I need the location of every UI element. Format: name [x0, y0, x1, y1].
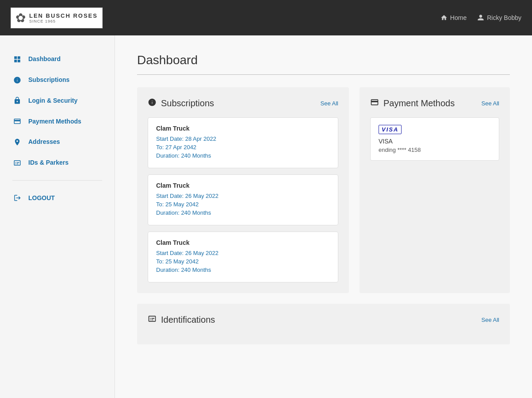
sub-name-2: Clam Truck — [156, 239, 330, 246]
payment-card-icon — [370, 98, 379, 108]
payment-see-all[interactable]: See All — [482, 100, 499, 107]
lock-icon — [12, 97, 22, 105]
subscriptions-icon — [12, 76, 22, 84]
sidebar: Dashboard Subscriptions Login & Security… — [0, 35, 115, 398]
sidebar-label-dashboard: Dashboard — [28, 55, 61, 62]
user-link[interactable]: Ricky Bobby — [477, 14, 521, 21]
subscriptions-see-all[interactable]: See All — [321, 100, 338, 107]
sub-name-0: Clam Truck — [156, 125, 330, 132]
sidebar-item-subscriptions[interactable]: Subscriptions — [0, 70, 115, 90]
header: ✿ LEN BUSCH ROSES SINCE 1965 Home Ricky … — [0, 0, 532, 35]
sidebar-item-login-security[interactable]: Login & Security — [0, 90, 115, 111]
sub-to-0: To: 27 Apr 2042 — [156, 144, 330, 151]
address-icon — [12, 138, 22, 146]
sub-duration-1: Duration: 240 Months — [156, 209, 330, 216]
payment-item: VISA VISA ending **** 4158 — [370, 117, 499, 161]
identifications-card: Identifications See All — [137, 304, 510, 344]
sub-duration-0: Duration: 240 Months — [156, 152, 330, 159]
logout-icon — [12, 194, 22, 202]
cards-row: Subscriptions See All Clam Truck Start D… — [137, 87, 510, 293]
sidebar-item-addresses[interactable]: Addresses — [0, 131, 115, 152]
subscriptions-card-header: Subscriptions See All — [148, 98, 338, 108]
header-nav: Home Ricky Bobby — [440, 14, 521, 21]
sub-duration-2: Duration: 240 Months — [156, 267, 330, 273]
logo-icon: ✿ — [15, 11, 26, 25]
sidebar-item-ids-parkers[interactable]: IDs & Parkers — [0, 152, 115, 173]
logo-sub: SINCE 1965 — [29, 19, 98, 23]
sub-start-0: Start Date: 28 Apr 2022 — [156, 135, 330, 142]
layout: Dashboard Subscriptions Login & Security… — [0, 35, 532, 398]
sidebar-label-subscriptions: Subscriptions — [28, 76, 69, 83]
payment-type-name: VISA — [379, 138, 491, 145]
sidebar-item-dashboard[interactable]: Dashboard — [0, 49, 115, 70]
payment-icon — [12, 117, 22, 125]
payment-methods-card: Payment Methods See All VISA VISA ending… — [360, 87, 510, 293]
sub-start-1: Start Date: 26 May 2022 — [156, 193, 330, 199]
sub-name-1: Clam Truck — [156, 182, 330, 189]
subscriptions-card-title: Subscriptions — [161, 98, 214, 108]
page-title: Dashboard — [137, 53, 510, 67]
visa-logo: VISA — [379, 125, 402, 134]
subscription-item-1: Clam Truck Start Date: 26 May 2022 To: 2… — [148, 174, 338, 225]
sidebar-label-addresses: Addresses — [28, 138, 60, 145]
sub-start-2: Start Date: 26 May 2022 — [156, 250, 330, 256]
ids-icon — [12, 158, 22, 167]
identifications-card-icon — [148, 314, 157, 325]
sidebar-divider — [12, 180, 102, 181]
dashboard-icon — [12, 55, 22, 63]
identifications-see-all[interactable]: See All — [482, 317, 499, 323]
sub-to-2: To: 25 May 2042 — [156, 258, 330, 265]
logo-name: LEN BUSCH ROSES — [29, 12, 98, 19]
payment-card-header: Payment Methods See All — [370, 98, 499, 108]
payment-card-title: Payment Methods — [383, 98, 455, 108]
home-icon — [440, 14, 448, 21]
identifications-card-header: Identifications See All — [148, 314, 499, 325]
sidebar-label-logout: LOGOUT — [28, 194, 55, 201]
sidebar-label-payment-methods: Payment Methods — [28, 118, 81, 125]
main-content: Dashboard Subscriptions See All Clam Tru… — [115, 35, 532, 398]
sub-to-1: To: 25 May 2042 — [156, 201, 330, 208]
subscriptions-card: Subscriptions See All Clam Truck Start D… — [137, 87, 349, 293]
sidebar-label-ids-parkers: IDs & Parkers — [28, 159, 69, 166]
logo: ✿ LEN BUSCH ROSES SINCE 1965 — [11, 8, 103, 28]
sidebar-item-logout[interactable]: LOGOUT — [0, 188, 115, 209]
subscriptions-card-icon — [148, 98, 157, 108]
subscription-item-2: Clam Truck Start Date: 26 May 2022 To: 2… — [148, 232, 338, 282]
user-icon — [477, 14, 484, 21]
payment-ending: ending **** 4158 — [379, 147, 491, 153]
page-divider — [137, 74, 510, 75]
identifications-title: Identifications — [161, 315, 215, 325]
subscription-item-0: Clam Truck Start Date: 28 Apr 2022 To: 2… — [148, 117, 338, 168]
home-link[interactable]: Home — [440, 14, 467, 21]
sidebar-item-payment-methods[interactable]: Payment Methods — [0, 111, 115, 131]
sidebar-label-login-security: Login & Security — [28, 97, 77, 104]
